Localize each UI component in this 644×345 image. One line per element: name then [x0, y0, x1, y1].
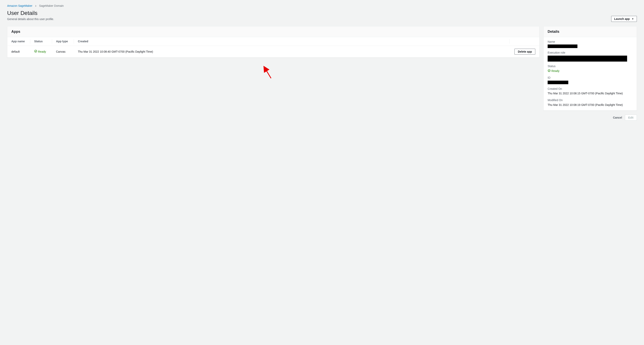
page-title: User Details: [7, 9, 54, 17]
detail-name: Name: [548, 40, 633, 48]
breadcrumb-root-link[interactable]: Amazon SageMaker: [7, 4, 32, 8]
caret-down-icon: ▼: [632, 18, 634, 20]
detail-name-label: Name: [548, 40, 633, 44]
detail-created-on-label: Created On: [548, 87, 633, 91]
cell-status: Ready: [30, 46, 52, 58]
page-container: Amazon SageMaker SageMaker Domain User D…: [0, 0, 644, 128]
page-header: User Details General details about this …: [7, 9, 637, 22]
check-circle-icon: [34, 50, 37, 54]
detail-status: Status Ready: [548, 64, 633, 73]
breadcrumb-current: SageMaker Domain: [39, 4, 64, 8]
status-badge: Ready: [548, 69, 559, 73]
col-actions: [510, 37, 539, 46]
detail-status-value: Ready: [552, 69, 559, 73]
detail-execution-role: Execution role: [548, 51, 633, 61]
detail-id-value-redacted: [548, 81, 568, 84]
detail-modified-on-value: Thu Mar 31 2022 10:08:19 GMT-0700 (Pacif…: [548, 103, 633, 107]
check-circle-icon: [548, 69, 550, 73]
footer-actions: Cancel Edit: [544, 115, 637, 121]
cell-app-type: Canvas: [52, 46, 74, 58]
detail-status-label: Status: [548, 64, 633, 68]
main-layout: Apps App name Status App type Created: [7, 26, 637, 121]
col-app-name[interactable]: App name: [7, 37, 30, 46]
table-row: default Ready: [7, 46, 539, 58]
detail-created-on: Created On Thu Mar 31 2022 10:08:15 GMT-…: [548, 87, 633, 95]
cell-app-name: default: [7, 46, 30, 58]
chevron-right-icon: [35, 5, 37, 7]
detail-created-on-value: Thu Mar 31 2022 10:08:15 GMT-0700 (Pacif…: [548, 92, 633, 95]
col-status[interactable]: Status: [30, 37, 52, 46]
detail-modified-on: Modified On Thu Mar 31 2022 10:08:19 GMT…: [548, 98, 633, 107]
cancel-button[interactable]: Cancel: [613, 116, 622, 119]
apps-panel-header: Apps: [7, 26, 539, 37]
delete-app-button[interactable]: Delete app: [514, 49, 535, 55]
details-panel-title: Details: [548, 29, 633, 34]
edit-button[interactable]: Edit: [625, 115, 637, 121]
detail-modified-on-label: Modified On: [548, 98, 633, 102]
apps-table: App name Status App type Created default: [7, 37, 539, 58]
detail-id: ID: [548, 76, 633, 84]
detail-name-value-redacted: [548, 44, 578, 48]
launch-app-button[interactable]: Launch app ▼: [611, 16, 637, 22]
details-panel-header: Details: [544, 26, 637, 37]
detail-id-label: ID: [548, 76, 633, 80]
col-created[interactable]: Created: [74, 37, 510, 46]
apps-panel-title: Apps: [11, 29, 535, 34]
detail-execution-role-value-redacted: [548, 56, 627, 61]
page-subtitle: General details about this user profile.: [7, 17, 54, 21]
apps-panel: Apps App name Status App type Created: [7, 26, 540, 58]
col-app-type[interactable]: App type: [52, 37, 74, 46]
launch-app-label: Launch app: [614, 17, 630, 20]
cell-created: Thu Mar 31 2022 10:08:40 GMT-0700 (Pacif…: [74, 46, 510, 58]
status-badge: Ready: [34, 50, 46, 54]
details-panel: Details Name Execution role Status: [544, 26, 637, 111]
status-text: Ready: [38, 50, 46, 54]
breadcrumb: Amazon SageMaker SageMaker Domain: [7, 4, 637, 8]
detail-execution-role-label: Execution role: [548, 51, 633, 55]
